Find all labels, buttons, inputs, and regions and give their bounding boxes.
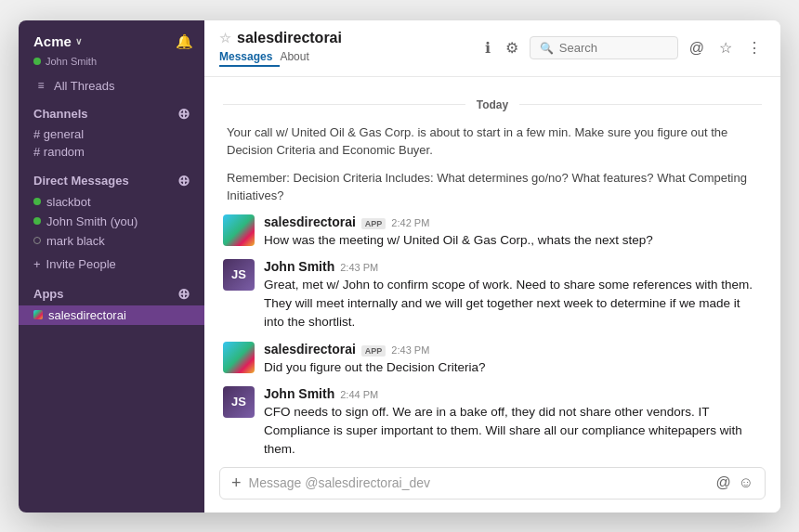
dm-header[interactable]: Direct Messages ⊕ — [19, 164, 204, 192]
add-dm-icon[interactable]: ⊕ — [177, 172, 190, 189]
channels-section: Channels ⊕ # general # random — [19, 96, 204, 162]
message-content: salesdirectorai APP 2:43 PM Did you figu… — [264, 342, 762, 377]
status-dot — [33, 58, 41, 65]
dm-status-dot — [33, 217, 41, 225]
input-right-icons: @ ☺ — [715, 474, 753, 491]
message-text: Did you figure out the Decision Criteria… — [264, 358, 762, 377]
add-app-icon[interactable]: ⊕ — [177, 285, 190, 303]
dm-status-dot — [33, 237, 41, 244]
sidebar: Acme ∨ 🔔 John Smith ≡ All Threads Channe… — [19, 20, 204, 513]
threads-icon: ≡ — [33, 79, 48, 92]
bookmark-icon: ☆ — [719, 39, 732, 57]
channel-name: ☆ salesdirectorai — [219, 30, 342, 46]
emoji-icon[interactable]: ☺ — [739, 474, 753, 491]
dm-item-mark[interactable]: mark black — [19, 231, 204, 251]
invite-people-item[interactable]: + Invite People — [19, 253, 204, 276]
workspace-name[interactable]: Acme ∨ — [33, 33, 82, 49]
system-message-1: Your call w/ United Oil & Gas Corp. is a… — [223, 123, 762, 160]
message-text: How was the meeting w/ United Oil & Gas … — [264, 231, 762, 250]
tab-about[interactable]: About — [280, 48, 316, 67]
info-icon: ℹ — [485, 39, 491, 57]
channel-item-general[interactable]: # general — [19, 125, 204, 143]
message-text: CFO needs to sign off. We are in a bake … — [264, 403, 762, 458]
apps-header[interactable]: Apps ⊕ — [19, 278, 204, 305]
message-group: JS John Smith 2:44 PM CFO needs to sign … — [223, 386, 762, 458]
message-input[interactable] — [249, 475, 709, 490]
dm-status-dot — [33, 198, 41, 205]
message-group: JS John Smith 2:43 PM Great, met w/ John… — [223, 259, 762, 332]
channel-header-right: ℹ ⚙ 🔍 @ ☆ ⋮ — [481, 35, 766, 60]
message-input-area: + @ ☺ — [204, 458, 780, 513]
message-header: salesdirectorai APP 2:42 PM — [264, 214, 762, 229]
bell-icon[interactable]: 🔔 — [176, 33, 193, 50]
tab-messages[interactable]: Messages — [219, 48, 280, 67]
at-input-icon[interactable]: @ — [715, 474, 730, 491]
avatar: JS — [223, 259, 255, 291]
kebab-button[interactable]: ⋮ — [743, 35, 766, 60]
apps-section: Apps ⊕ salesdirectorai — [19, 276, 204, 327]
search-icon: 🔍 — [540, 42, 554, 55]
app-logo-icon — [33, 310, 43, 319]
channels-header[interactable]: Channels ⊕ — [19, 97, 204, 125]
info-button[interactable]: ℹ — [481, 35, 494, 60]
sidebar-item-all-threads[interactable]: ≡ All Threads — [19, 76, 204, 96]
message-text: Great, met w/ John to confirm scope of w… — [264, 276, 762, 332]
message-group: salesdirectorai APP 2:42 PM How was the … — [223, 214, 762, 250]
channel-tabs: Messages About — [219, 48, 342, 67]
plus-icon: + — [33, 257, 41, 271]
message-header: John Smith 2:43 PM — [264, 259, 762, 274]
search-box[interactable]: 🔍 — [530, 36, 678, 59]
star-icon[interactable]: ☆ — [219, 31, 231, 45]
at-button[interactable]: @ — [686, 36, 708, 60]
avatar — [223, 214, 255, 246]
messages-area: Today Your call w/ United Oil & Gas Corp… — [204, 77, 780, 458]
dm-item-john[interactable]: John Smith (you) — [19, 212, 204, 231]
main-content: ☆ salesdirectorai Messages About ℹ — [204, 20, 780, 513]
search-input[interactable] — [559, 41, 668, 55]
apps-item-salesdirectorai[interactable]: salesdirectorai — [19, 305, 204, 325]
message-content: salesdirectorai APP 2:42 PM How was the … — [264, 214, 762, 250]
plus-icon[interactable]: + — [231, 474, 242, 493]
channel-header: ☆ salesdirectorai Messages About ℹ — [204, 20, 780, 77]
message-input-box: + @ ☺ — [219, 467, 766, 500]
message-header: salesdirectorai APP 2:43 PM — [264, 342, 762, 357]
user-status: John Smith — [19, 54, 204, 76]
dm-section: Direct Messages ⊕ slackbot John Smith (y… — [19, 162, 204, 253]
workspace-header: Acme ∨ 🔔 — [19, 20, 204, 54]
avatar: JS — [223, 386, 255, 418]
at-icon: @ — [689, 40, 704, 57]
bookmark-button[interactable]: ☆ — [715, 35, 736, 60]
gear-button[interactable]: ⚙ — [502, 35, 522, 60]
message-header: John Smith 2:44 PM — [264, 386, 762, 401]
avatar — [223, 342, 255, 373]
kebab-icon: ⋮ — [747, 39, 762, 57]
chevron-icon: ∨ — [75, 36, 82, 46]
message-content: John Smith 2:44 PM CFO needs to sign off… — [264, 386, 762, 458]
gear-icon: ⚙ — [505, 39, 518, 57]
dm-item-slackbot[interactable]: slackbot — [19, 192, 204, 212]
date-divider: Today — [223, 96, 762, 112]
add-channel-icon[interactable]: ⊕ — [177, 105, 190, 123]
message-content: John Smith 2:43 PM Great, met w/ John to… — [264, 259, 762, 332]
channel-item-random[interactable]: # random — [19, 143, 204, 161]
system-message-2: Remember: Decision Criteria Includes: Wh… — [223, 169, 762, 205]
channel-header-left: ☆ salesdirectorai Messages About — [219, 30, 342, 67]
message-group: salesdirectorai APP 2:43 PM Did you figu… — [223, 342, 762, 377]
